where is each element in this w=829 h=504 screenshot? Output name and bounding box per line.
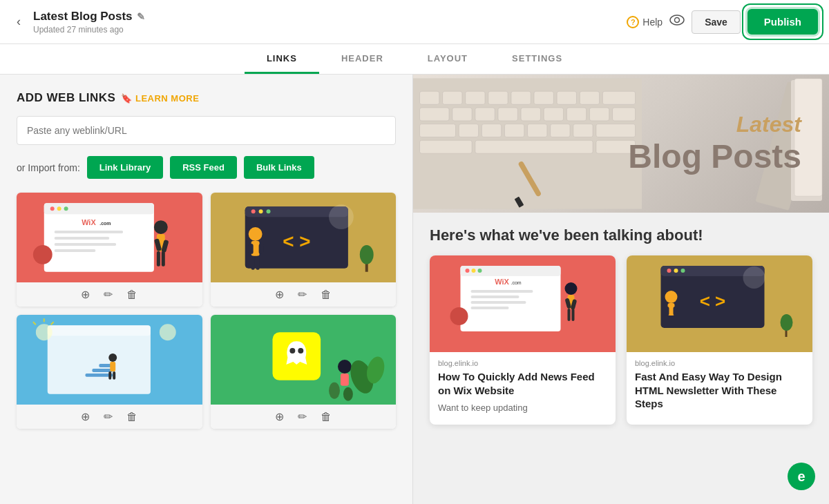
card-4-move[interactable]: ⊕ — [275, 410, 284, 423]
topbar-left: ‹ Latest Blog Posts ✎ Updated 27 minutes… — [11, 10, 145, 35]
card-3-delete[interactable]: 🗑 — [126, 411, 137, 423]
preview-button[interactable] — [669, 14, 685, 29]
svg-rect-32 — [256, 256, 259, 270]
section-title: ADD WEB LINKS 🔖 Learn More — [17, 91, 396, 105]
left-panel: ADD WEB LINKS 🔖 Learn More or Import fro… — [0, 75, 413, 504]
svg-point-5 — [57, 206, 61, 211]
svg-rect-64 — [534, 91, 553, 104]
svg-rect-63 — [511, 91, 531, 104]
tab-header[interactable]: HEADER — [319, 44, 406, 74]
svg-rect-122 — [668, 316, 671, 327]
back-button[interactable]: ‹ — [11, 12, 26, 32]
svg-point-57 — [343, 387, 352, 401]
svg-line-47 — [51, 322, 54, 324]
svg-point-24 — [266, 209, 270, 213]
card-2-delete[interactable]: 🗑 — [321, 289, 332, 301]
svg-rect-72 — [521, 108, 540, 121]
card-2-edit[interactable]: ✏ — [298, 288, 307, 301]
svg-rect-29 — [248, 244, 253, 254]
svg-rect-73 — [544, 108, 563, 121]
preview-cards: WiX .com blog.eli — [413, 255, 829, 438]
tab-settings[interactable]: SETTINGS — [490, 44, 584, 74]
card-1-image: WiX .com — [17, 193, 202, 282]
card-4-edit[interactable]: ✏ — [298, 410, 307, 423]
preview-title: Latest Blog Posts — [628, 112, 801, 175]
preview-card-1: WiX .com blog.eli — [430, 255, 616, 425]
svg-rect-31 — [251, 256, 254, 270]
svg-text:WiX: WiX — [82, 218, 96, 226]
rss-feed-button[interactable]: RSS Feed — [170, 156, 237, 179]
preview-card-2-svg: < > — [627, 255, 812, 352]
card-3-edit[interactable]: ✏ — [104, 410, 113, 423]
preview-title-cursive: Latest — [628, 112, 801, 137]
card-4-image — [211, 315, 397, 405]
learn-more-link[interactable]: 🔖 Learn More — [121, 93, 199, 104]
svg-point-1 — [675, 18, 680, 23]
elink-badge: e — [788, 463, 815, 490]
svg-rect-75 — [589, 108, 609, 121]
preview-card-1-svg: WiX .com — [430, 255, 616, 352]
svg-point-113 — [667, 269, 671, 273]
page-title-text: Latest Blog Posts — [33, 10, 133, 23]
svg-rect-121 — [674, 307, 678, 316]
svg-point-14 — [154, 220, 168, 234]
svg-rect-83 — [573, 124, 593, 137]
svg-rect-36 — [48, 325, 151, 336]
save-button[interactable]: Save — [692, 10, 741, 34]
svg-text:.com: .com — [99, 221, 111, 226]
card-4-actions: ⊕ ✏ 🗑 — [211, 405, 397, 429]
svg-rect-70 — [475, 108, 495, 121]
svg-point-38 — [160, 324, 176, 340]
bulk-links-button[interactable]: Bulk Links — [244, 156, 314, 179]
card-1-edit[interactable]: ✏ — [104, 288, 113, 301]
svg-rect-71 — [498, 108, 517, 121]
edit-icon[interactable]: ✎ — [137, 11, 145, 22]
help-label: Help — [642, 17, 663, 28]
preview-card-1-desc: Want to keep updating — [430, 403, 616, 421]
tabbar: LINKS HEADER LAYOUT SETTINGS — [0, 44, 829, 75]
svg-rect-110 — [572, 309, 575, 321]
svg-point-52 — [337, 360, 351, 374]
svg-point-42 — [108, 353, 117, 362]
card-3-svg — [17, 315, 202, 405]
svg-rect-74 — [566, 108, 586, 121]
card-2: < > ⊕ — [211, 193, 397, 307]
url-input[interactable] — [17, 116, 396, 145]
tab-layout[interactable]: LAYOUT — [406, 44, 490, 74]
card-2-image: < > — [211, 193, 397, 282]
preview-card-2-desc — [627, 416, 812, 425]
svg-point-51 — [298, 348, 303, 353]
svg-point-6 — [64, 206, 68, 211]
topbar-right: ? Help Save Publish — [627, 9, 818, 35]
bookmark-icon: 🔖 — [121, 93, 133, 104]
card-2-actions: ⊕ ✏ 🗑 — [211, 282, 397, 307]
card-3-move[interactable]: ⊕ — [81, 410, 90, 423]
help-button[interactable]: ? Help — [627, 16, 663, 28]
svg-point-95 — [466, 269, 470, 273]
svg-point-13 — [33, 245, 53, 264]
publish-wrapper: Publish — [747, 9, 818, 35]
svg-rect-80 — [504, 124, 524, 137]
publish-button[interactable]: Publish — [747, 9, 818, 35]
card-1-delete[interactable]: 🗑 — [126, 289, 137, 301]
svg-point-23 — [258, 209, 263, 213]
svg-rect-44 — [108, 371, 111, 380]
tab-links[interactable]: LINKS — [245, 44, 319, 74]
svg-rect-109 — [568, 309, 571, 321]
link-library-button[interactable]: Link Library — [87, 156, 163, 179]
preview-card-2-title: Fast And Easy Way To Design HTML Newslet… — [627, 370, 812, 416]
svg-rect-45 — [113, 371, 115, 380]
card-4-delete[interactable]: 🗑 — [321, 411, 332, 423]
preview-card-2-img: < > — [627, 255, 812, 352]
svg-rect-66 — [580, 91, 599, 104]
preview-card-2-meta: blog.elink.io — [627, 352, 812, 370]
card-4-svg — [211, 315, 397, 405]
import-row: or Import from: Link Library RSS Feed Bu… — [17, 156, 396, 179]
preview-card-1-meta: blog.elink.io — [430, 352, 616, 370]
svg-rect-101 — [471, 295, 520, 298]
svg-point-22 — [251, 209, 255, 213]
card-2-move[interactable]: ⊕ — [275, 288, 284, 301]
card-1-move[interactable]: ⊕ — [81, 288, 90, 301]
section-title-text: ADD WEB LINKS — [17, 91, 115, 105]
svg-point-118 — [665, 291, 678, 303]
